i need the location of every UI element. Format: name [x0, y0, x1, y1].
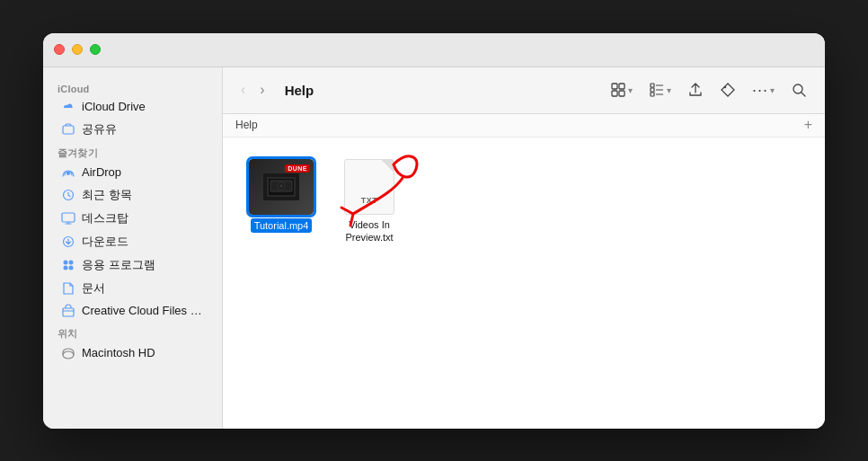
file-thumbnail-txt: TXT	[337, 159, 402, 215]
file-thumbnail-mp4: DUNE	[249, 159, 314, 215]
sidebar-item-desktop[interactable]: 데스크탑	[47, 207, 218, 230]
svg-point-10	[63, 351, 74, 359]
sidebar-item-shared-label: 공유유	[82, 121, 117, 137]
svg-point-29	[279, 184, 283, 188]
svg-rect-12	[619, 84, 624, 89]
svg-rect-0	[63, 126, 74, 134]
txt-type-label: TXT	[361, 196, 378, 205]
icon-view-button[interactable]: ▾	[605, 78, 638, 102]
window-body: iCloud iCloud Drive 공유유	[43, 67, 825, 429]
red-label: DUNE	[285, 164, 310, 173]
svg-rect-13	[612, 91, 617, 96]
downloads-icon	[61, 235, 75, 249]
recents-icon	[61, 188, 75, 202]
sidebar-item-airdrop-label: AirDrop	[82, 165, 121, 179]
close-button[interactable]	[54, 44, 65, 55]
svg-point-22	[793, 84, 802, 93]
sidebar-item-shared[interactable]: 공유유	[47, 118, 218, 141]
sidebar-item-icloud-drive-label: iCloud Drive	[82, 100, 146, 113]
sidebar-item-icloud-drive[interactable]: iCloud Drive	[47, 96, 218, 118]
sidebar-item-airdrop[interactable]: AirDrop	[47, 162, 218, 183]
main-area: ‹ › Help ▾	[223, 67, 825, 429]
sidebar-item-creative-cloud[interactable]: Creative Cloud Files Personal A...	[47, 300, 218, 322]
sidebar-item-downloads-label: 다운로드	[82, 234, 128, 250]
path-plus-button[interactable]: +	[804, 117, 812, 133]
share-button[interactable]	[682, 78, 709, 102]
path-label: Help	[235, 119, 258, 131]
svg-rect-9	[63, 308, 74, 316]
content-wrapper: DUNE Tutorial.mp4 TXT Videos InPreview.t…	[223, 137, 825, 429]
list-view-button[interactable]: ▾	[643, 78, 677, 102]
toolbar-nav: ‹ ›	[235, 78, 270, 102]
maximize-button[interactable]	[90, 44, 101, 55]
svg-rect-16	[651, 88, 654, 92]
macintosh-hd-icon	[61, 346, 75, 360]
sidebar-section-favorites: 즐겨찾기	[43, 141, 222, 162]
sidebar-item-documents-label: 문서	[82, 280, 105, 297]
folder-title: Help	[285, 83, 314, 98]
svg-rect-14	[619, 91, 624, 96]
file-name-mp4: Tutorial.mp4	[251, 218, 313, 233]
minimize-button[interactable]	[72, 44, 83, 55]
documents-icon	[61, 281, 75, 296]
svg-line-23	[802, 93, 805, 96]
creative-cloud-icon	[61, 304, 75, 318]
svg-rect-15	[651, 84, 654, 87]
finder-window: iCloud iCloud Drive 공유유	[43, 33, 825, 429]
list-view-chevron: ▾	[667, 85, 671, 95]
more-chevron: ▾	[770, 85, 775, 95]
shared-icon	[61, 122, 75, 137]
titlebar	[43, 33, 825, 67]
forward-button[interactable]: ›	[254, 78, 270, 102]
sidebar-item-macintosh-hd-label: Macintosh HD	[82, 346, 155, 359]
back-button[interactable]: ‹	[235, 78, 251, 102]
svg-rect-3	[62, 213, 75, 222]
sidebar-section-locations: 위치	[43, 322, 222, 342]
sidebar-item-desktop-label: 데스크탑	[82, 210, 128, 226]
svg-point-6	[69, 260, 74, 264]
txt-thumb: TXT	[344, 159, 394, 215]
sidebar: iCloud iCloud Drive 공유유	[43, 67, 223, 429]
path-bar: Help +	[223, 114, 825, 137]
airdrop-icon	[61, 165, 75, 180]
toolbar: ‹ › Help ▾	[223, 67, 825, 114]
sidebar-item-documents[interactable]: 문서	[47, 277, 218, 300]
mp4-thumb: DUNE	[249, 159, 314, 215]
sidebar-section-icloud: iCloud	[43, 78, 222, 96]
search-button[interactable]	[785, 78, 812, 102]
sidebar-item-macintosh-hd[interactable]: Macintosh HD	[47, 342, 218, 364]
svg-rect-11	[612, 84, 617, 89]
svg-point-7	[64, 265, 68, 270]
sidebar-item-applications-label: 응용 프로그램	[82, 257, 155, 273]
sidebar-item-recents-label: 최근 항목	[82, 187, 132, 203]
sidebar-item-applications[interactable]: 응용 프로그램	[47, 253, 218, 277]
sidebar-item-downloads[interactable]: 다운로드	[47, 230, 218, 253]
sidebar-item-creative-cloud-label: Creative Cloud Files Personal A...	[82, 304, 204, 317]
icon-view-chevron: ▾	[628, 85, 633, 95]
file-item-txt[interactable]: TXT Videos InPreview.txt	[329, 155, 410, 248]
svg-point-5	[64, 260, 68, 264]
desktop-icon	[61, 211, 75, 226]
cloud-icon	[61, 100, 75, 114]
svg-point-8	[69, 265, 74, 270]
file-item-mp4[interactable]: DUNE Tutorial.mp4	[241, 155, 322, 236]
applications-icon	[61, 258, 75, 272]
svg-point-21	[724, 86, 726, 88]
sidebar-item-recents[interactable]: 최근 항목	[47, 183, 218, 207]
svg-rect-17	[651, 93, 654, 96]
toolbar-icons: ▾ ▾	[605, 78, 812, 102]
more-button[interactable]: ··· ▾	[747, 78, 780, 102]
files-row: DUNE Tutorial.mp4 TXT Videos InPreview.t…	[223, 137, 825, 266]
tag-button[interactable]	[714, 78, 741, 102]
file-name-txt: Videos InPreview.txt	[345, 218, 393, 244]
